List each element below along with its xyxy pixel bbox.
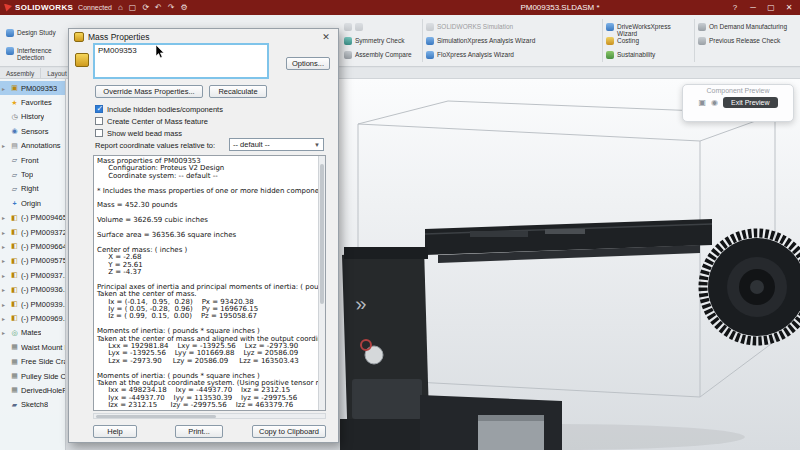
copy-to-clipboard-button[interactable]: Copy to Clipboard xyxy=(252,425,326,438)
commandmanager-tab[interactable]: Assembly xyxy=(0,68,41,78)
checkbox-label: Create Center of Mass feature xyxy=(107,117,208,126)
expand-arrow-icon[interactable]: ▸ xyxy=(2,85,8,92)
expand-arrow-icon[interactable]: ▸ xyxy=(2,243,8,250)
tree-item-label: Annotations xyxy=(21,141,61,150)
tree-item[interactable]: ▸ Sketch8 xyxy=(0,398,65,412)
sustainability-button[interactable]: Sustainability xyxy=(606,51,692,59)
tree-item[interactable]: ▸ Front xyxy=(0,153,65,167)
tree-item[interactable]: ▸ Sensors xyxy=(0,124,65,138)
assembly-compare-button[interactable]: Assembly Compare xyxy=(344,51,424,59)
tree-item[interactable]: ▸ (-) PM009575<1 xyxy=(0,254,65,268)
component-preview-panel: Component Preview ▣ ◉ Exit Preview xyxy=(682,84,794,122)
report-vertical-scrollbar[interactable] xyxy=(318,156,325,410)
checkbox-row[interactable]: Show weld bead mass xyxy=(95,127,223,139)
tree-item[interactable]: ▸ DerivedHolePa... xyxy=(0,383,65,397)
expand-arrow-icon[interactable]: ▸ xyxy=(2,286,8,293)
app-name: SOLIDWORKS xyxy=(15,3,73,12)
minimize-button[interactable]: ─ xyxy=(744,3,762,12)
home-icon[interactable]: ⌂ xyxy=(118,3,123,12)
checkbox-row[interactable]: Create Center of Mass feature xyxy=(95,115,223,127)
previous-release-check-button[interactable]: Previous Release Check xyxy=(698,37,796,45)
floxpress-wizard-button[interactable]: FloXpress Analysis Wizard xyxy=(426,51,586,59)
print-button[interactable]: Print... xyxy=(175,425,223,438)
tree-item[interactable]: ▸ Free Side Crad... xyxy=(0,354,65,368)
coordinate-system-dropdown[interactable]: -- default -- ▼ xyxy=(229,138,324,151)
tree-item[interactable]: ▸ Top xyxy=(0,167,65,181)
solidworks-logo-icon xyxy=(4,4,12,12)
maximize-button[interactable]: ▢ xyxy=(762,3,780,12)
tree-item[interactable]: ▸ History xyxy=(0,110,65,124)
tree-item[interactable]: ▸ Favorites xyxy=(0,95,65,109)
help-button[interactable]: Help xyxy=(93,425,137,438)
expand-arrow-icon[interactable]: ▸ xyxy=(2,142,8,149)
preview-camera-icon[interactable]: ◉ xyxy=(711,98,718,107)
tree-item-icon xyxy=(10,242,19,250)
expand-arrow-icon[interactable]: ▸ xyxy=(2,257,8,264)
expand-arrow-icon[interactable]: ▸ xyxy=(2,315,8,322)
close-button[interactable]: ✕ xyxy=(780,3,798,12)
expand-arrow-icon[interactable]: ▸ xyxy=(2,272,8,279)
design-study-button[interactable]: Design Study xyxy=(6,29,66,37)
undo-icon[interactable]: ↶ xyxy=(155,3,162,12)
help-icon[interactable]: ? xyxy=(726,3,744,12)
dialog-close-icon[interactable]: ✕ xyxy=(319,32,333,42)
checkbox[interactable] xyxy=(95,105,103,113)
previous-release-check-icon xyxy=(698,37,706,45)
tree-item[interactable]: ▸ (-) PM009664<1 xyxy=(0,239,65,253)
tree-item[interactable]: ▸ Annotations xyxy=(0,139,65,153)
tree-item-label: History xyxy=(21,112,44,121)
tree-item[interactable]: ▸ (-) PM009372<1 xyxy=(0,225,65,239)
tree-item[interactable]: ▸ (-) PM00939... xyxy=(0,297,65,311)
scrollbar-thumb[interactable] xyxy=(320,164,324,304)
driveworksxpress-icon xyxy=(606,23,614,31)
expand-arrow-icon[interactable]: ▸ xyxy=(2,214,8,221)
coordinate-values-label: Report coordinate values relative to: xyxy=(95,141,215,150)
report-line: * Includes the mass properties of one or… xyxy=(97,188,316,195)
symmetry-check-button[interactable]: Symmetry Check xyxy=(344,37,424,45)
redo-icon[interactable]: ↷ xyxy=(168,3,175,12)
override-mass-properties-button[interactable]: Override Mass Properties... xyxy=(95,85,203,98)
driveworksxpress-wizard-button[interactable]: DriveWorksXpress Wizard xyxy=(606,23,692,37)
expand-arrow-icon[interactable]: ▸ xyxy=(2,229,8,236)
tree-item[interactable]: ▸ Origin xyxy=(0,196,65,210)
simulationxpress-wizard-button[interactable]: SimulationXpress Analysis Wizard xyxy=(426,37,586,45)
preview-window-icon[interactable]: ▣ xyxy=(698,98,706,107)
options-button[interactable]: Options... xyxy=(286,57,330,70)
scrollbar-thumb[interactable] xyxy=(96,415,216,418)
component-preview-title: Component Preview xyxy=(706,87,769,94)
tree-item-label: PM009353 xyxy=(21,84,57,93)
tree-item[interactable]: ▸ PM009353 xyxy=(0,81,65,95)
expand-arrow-icon[interactable]: ▸ xyxy=(2,301,8,308)
settings-icon[interactable]: ⚙ xyxy=(180,3,187,12)
rebuild-icon[interactable]: ⟳ xyxy=(142,3,149,12)
report-horizontal-scrollbar[interactable] xyxy=(93,413,326,419)
checkbox[interactable] xyxy=(95,117,103,125)
new-document-icon[interactable]: ▢ xyxy=(129,3,137,12)
on-demand-manufacturing-button[interactable]: On Demand Manufacturing xyxy=(698,23,796,31)
exit-preview-button[interactable]: Exit Preview xyxy=(723,97,778,108)
tree-item[interactable]: ▸ (-) PM009465<1 xyxy=(0,211,65,225)
mass-properties-report[interactable]: Mass properties of PM009353 Configuratio… xyxy=(93,155,326,411)
mass-properties-scale-icon xyxy=(75,53,89,67)
costing-button[interactable]: Costing xyxy=(606,37,692,45)
interference-detection-button[interactable]: Interference Detection xyxy=(6,47,66,61)
tree-item[interactable]: ▸ Waist Mount B... xyxy=(0,340,65,354)
expand-arrow-icon[interactable]: ▸ xyxy=(2,329,8,336)
checkbox[interactable] xyxy=(95,129,103,137)
recalculate-button[interactable]: Recalculate xyxy=(209,85,267,98)
tree-item[interactable]: ▸ (-) PM00936... xyxy=(0,282,65,296)
simulation-addin-icon xyxy=(426,23,434,31)
tree-item[interactable]: ▸ Pulley Side Co... xyxy=(0,369,65,383)
tree-item[interactable]: ▸ (-) PM00937... xyxy=(0,268,65,282)
tree-item[interactable]: ▸ Mates xyxy=(0,326,65,340)
checkbox-row[interactable]: Include hidden bodies/components xyxy=(95,103,223,115)
tree-item-icon xyxy=(10,142,19,150)
ribbon-separator xyxy=(694,19,695,62)
tree-item-label: (-) PM00936... xyxy=(21,285,65,294)
tree-item[interactable]: ▸ (-) PM00969... xyxy=(0,311,65,325)
tree-item-label: Favorites xyxy=(21,98,52,107)
report-line: Lzx = -2973.90 Lzy = 20586.09 Lzz = 1635… xyxy=(97,358,316,365)
tree-item[interactable]: ▸ Right xyxy=(0,182,65,196)
selection-list[interactable]: PM009353 xyxy=(93,43,269,79)
tree-item-icon xyxy=(10,372,19,380)
